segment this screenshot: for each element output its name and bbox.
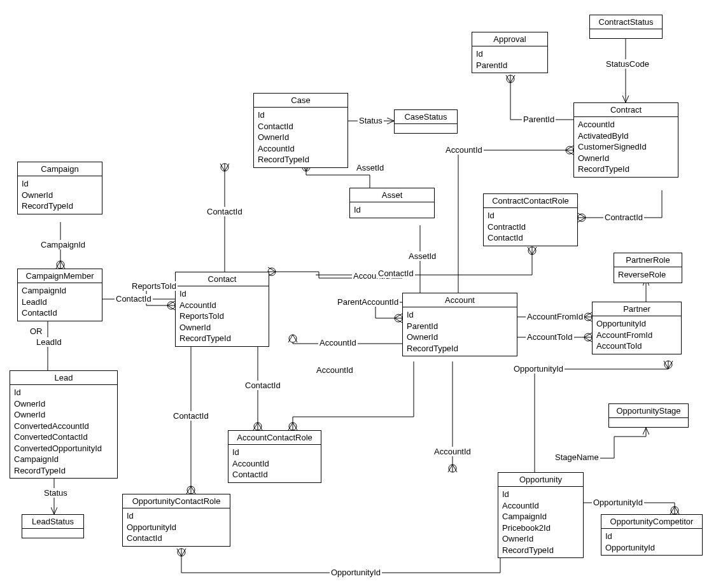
entity-attrs: IdOwnerIdRecordTypeId [18,176,102,214]
entity-contract: Contract AccountIdActivatedByIdCustomerS… [573,102,678,178]
svg-point-28 [584,313,592,321]
entity-title: Asset [350,188,434,202]
entity-attrs: IdParentId [472,46,547,73]
label-accounttoid: AccountToId [526,332,574,342]
entity-attrs: IdContractIdContactId [484,208,577,246]
svg-point-24 [178,549,185,556]
entity-attrs [22,529,83,538]
entity-title: CampaignMember [18,269,102,283]
entity-approval: Approval IdParentId [472,32,548,73]
svg-point-17 [578,214,586,221]
entity-case: Case IdContactIdOwnerIdAccountIdRecordTy… [253,93,348,168]
entity-asset: Asset Id [349,188,435,218]
entity-title: Campaign [18,162,102,176]
label-contactid-3: ContactId [244,381,282,390]
label-accountid-4: AccountId [444,145,484,155]
label-assetid: AssetId [355,163,385,172]
entity-lead-status: LeadStatus [22,514,84,538]
entity-title: LeadStatus [22,515,83,529]
entity-attrs [395,124,457,133]
entity-title: AccountContactRole [228,431,321,445]
label-contactid-2: ContactId [206,207,244,216]
entity-title: Contract [574,103,678,117]
svg-point-15 [507,75,514,83]
entity-attrs: CampaignIdLeadIdContactId [18,283,102,321]
label-status: Status [43,488,69,498]
label-contactid-1: ContactId [115,294,153,304]
entity-attrs: IdParentIdOwnerIdRecordTypeId [403,307,517,356]
svg-point-30 [584,333,592,341]
er-diagram: Campaign IdOwnerIdRecordTypeId CampaignM… [0,0,709,588]
svg-point-14 [566,146,573,154]
entity-title: Partner [593,302,681,316]
label-assetid-2: AssetId [407,251,437,261]
entity-account: Account IdParentIdOwnerIdRecordTypeId [402,293,517,356]
entity-title: Contact [176,272,269,286]
entity-lead: Lead IdOwnerIdOwnerIdConvertedAccountIdC… [10,370,118,479]
svg-point-18 [528,247,536,255]
svg-point-1 [57,261,64,269]
entity-campaign-member: CampaignMember CampaignIdLeadIdContactId [17,269,102,321]
entity-title: Approval [472,32,547,46]
label-statuscode: StatusCode [605,59,650,69]
entity-attrs: IdAccountIdContactId [228,445,321,482]
svg-point-5 [167,302,175,309]
label-accountid-2: AccountId [318,338,358,347]
svg-point-13 [395,314,402,322]
entity-case-status: CaseStatus [394,109,458,134]
svg-point-26 [449,465,456,472]
entity-title: ContractStatus [590,15,662,29]
entity-attrs: ReverseRole [614,267,682,283]
entity-title: OpportunityStage [609,404,688,418]
label-opportunityid-3: OpportunityId [592,498,644,507]
entity-title: Lead [10,371,117,385]
entity-account-contact-role: AccountContactRole IdAccountIdContactId [228,430,321,483]
label-parentid: ParentId [522,115,556,124]
entity-title: Case [254,94,347,108]
entity-contract-contact-role: ContractContactRole IdContractIdContactI… [483,193,578,246]
label-stagename: StageName [554,452,600,462]
entity-partner: Partner OpportunityIdAccountFromIdAccoun… [592,302,682,354]
entity-attrs [609,418,688,427]
label-contactid-4: ContactId [172,411,210,421]
entity-partner-role: PartnerRole ReverseRole [614,253,682,283]
label-reportstoid: ReportsToId [130,281,178,291]
entity-opportunity: Opportunity IdAccountIdCampaignIdPricebo… [498,472,584,558]
label-accountid-3: AccountId [315,365,354,375]
svg-point-12 [289,335,297,342]
entity-title: Opportunity [498,473,583,487]
entity-title: CaseStatus [395,110,457,124]
svg-point-20 [254,423,262,430]
label-parentaccountid: ParentAccountId [336,297,400,307]
entity-opportunity-stage: OpportunityStage [608,403,689,428]
label-campaignid: CampaignId [39,240,87,249]
label-opportunityid-1: OpportunityId [330,568,382,577]
label-status-2: Status [358,116,384,125]
entity-contact: Contact IdAccountIdReportsToIdOwnerIdRec… [175,272,269,347]
label-accountid-5: AccountId [433,447,472,456]
svg-point-23 [187,486,195,494]
svg-point-21 [289,423,297,430]
entity-attrs: AccountIdActivatedByIdCustomerSignedIdOw… [574,117,678,177]
label-leadid: LeadId [35,337,63,347]
svg-point-33 [671,507,678,514]
label-or: OR [29,326,44,336]
entity-opportunity-contact-role: OpportunityContactRole IdOpportunityIdCo… [122,494,230,547]
label-accountfromid: AccountFromId [526,312,584,321]
entity-attrs: IdAccountIdCampaignIdPricebook2IdOwnerId… [498,487,583,557]
svg-point-32 [664,361,672,368]
entity-attrs: IdOpportunityIdContactId [123,508,230,546]
entity-attrs: OpportunityIdAccountFromIdAccountToId [593,316,681,354]
entity-title: OpportunityContactRole [123,494,230,508]
label-contactid-5: ContactId [377,269,415,278]
entity-contract-status: ContractStatus [589,15,663,39]
entity-campaign: Campaign IdOwnerIdRecordTypeId [17,162,102,214]
label-opportunityid-2: OpportunityId [512,364,565,374]
entity-title: OpportunityCompetitor [601,515,702,529]
entity-attrs [590,29,662,38]
entity-attrs: IdOpportunityId [601,529,702,555]
entity-opportunity-competitor: OpportunityCompetitor IdOpportunityId [601,514,703,556]
entity-title: PartnerRole [614,253,682,267]
entity-title: ContractContactRole [484,194,577,208]
label-contractid: ContractId [603,213,644,222]
